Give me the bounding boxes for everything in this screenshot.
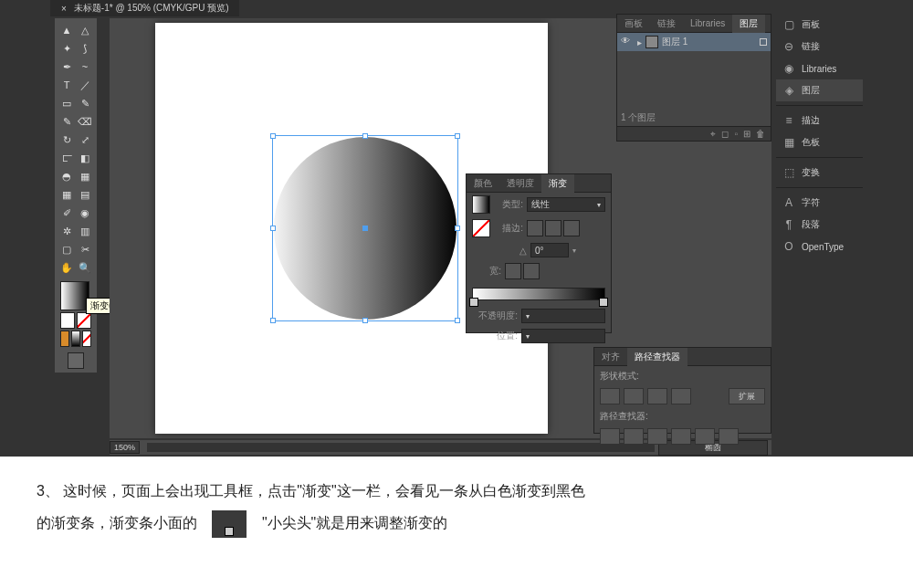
stroke-mode-3[interactable] (563, 220, 580, 236)
handle-s[interactable] (362, 318, 368, 323)
intersect-button[interactable] (647, 388, 667, 404)
stroke-mode-2[interactable] (545, 220, 561, 236)
position-input[interactable] (521, 329, 605, 343)
color-mode-icon[interactable] (60, 331, 69, 347)
rotate-tool[interactable]: ↻ (58, 131, 75, 148)
dock-libraries[interactable]: ◉Libraries (776, 58, 863, 79)
default-fill-icon[interactable] (60, 312, 75, 329)
tab-pathfinder[interactable]: 路径查找器 (627, 348, 687, 366)
mesh-tool[interactable]: ▦ (58, 186, 75, 203)
screen-mode-icon[interactable] (68, 352, 84, 369)
dock-character[interactable]: A字符 (776, 192, 863, 214)
new-sublayer-icon[interactable]: ▫ (734, 129, 738, 139)
artboard-tool[interactable]: ▢ (58, 241, 75, 257)
eyedropper-tool[interactable]: ✐ (58, 205, 75, 221)
blend-tool[interactable]: ◉ (77, 205, 93, 221)
selection-tool[interactable]: ▲ (58, 22, 75, 38)
stroke-mode-1[interactable] (527, 220, 543, 236)
close-tab-icon[interactable]: × (58, 2, 70, 16)
new-layer-icon[interactable]: ⊞ (743, 129, 750, 139)
zoom-tool[interactable]: 🔍 (77, 259, 93, 276)
gradient-slider[interactable] (472, 288, 605, 300)
dock-paragraph[interactable]: ¶段落 (776, 214, 863, 236)
tab-color[interactable]: 颜色 (467, 174, 499, 193)
document-tab[interactable]: × 未标题-1* @ 150% (CMYK/GPU 预览) (50, 0, 239, 16)
tab-align[interactable]: 对齐 (594, 348, 627, 366)
type-tool[interactable]: T (58, 77, 75, 93)
minus-front-button[interactable] (624, 388, 644, 404)
target-icon[interactable] (760, 38, 767, 46)
tab-gradient[interactable]: 渐变 (541, 174, 574, 193)
slice-tool[interactable]: ✂ (77, 241, 93, 257)
scale-tool[interactable]: ⤢ (77, 131, 93, 148)
clip-mask-icon[interactable]: ◻ (721, 129, 729, 139)
divide-button[interactable] (600, 428, 620, 445)
tab-libraries[interactable]: Libraries (683, 16, 732, 31)
shape-builder-tool[interactable]: ◓ (58, 168, 75, 184)
opacity-input[interactable] (521, 309, 605, 323)
trim-button[interactable] (624, 428, 644, 445)
none-fill-icon[interactable] (77, 312, 91, 329)
locate-icon[interactable]: ⌖ (710, 129, 716, 139)
handle-w[interactable] (270, 226, 276, 231)
gradient-preview-swatch[interactable] (472, 195, 490, 214)
curvature-tool[interactable]: ~ (77, 58, 93, 75)
line-tool[interactable]: ／ (77, 77, 93, 93)
eraser-tool[interactable]: ⌫ (77, 113, 93, 130)
handle-e[interactable] (455, 226, 460, 231)
gradient-tool[interactable]: ▤ (77, 186, 93, 203)
dock-stroke[interactable]: ≡描边 (776, 110, 863, 131)
width-tool[interactable]: ⫍ (58, 150, 75, 166)
handle-ne[interactable] (455, 133, 460, 139)
expand-button[interactable]: 扩展 (729, 388, 765, 404)
perspective-tool[interactable]: ▦ (77, 168, 93, 184)
dock-swatches[interactable]: ▦色板 (776, 131, 863, 153)
aspect-1[interactable] (505, 263, 521, 279)
layer-name[interactable]: 图层 1 (662, 36, 687, 48)
magic-wand-tool[interactable]: ✦ (58, 40, 75, 57)
merge-button[interactable] (647, 428, 667, 445)
unite-button[interactable] (600, 388, 620, 404)
aspect-2[interactable] (523, 263, 540, 279)
expand-icon[interactable]: ▸ (637, 37, 642, 47)
handle-n[interactable] (362, 133, 368, 139)
column-graph-tool[interactable]: ▥ (77, 223, 93, 239)
handle-nw[interactable] (270, 133, 276, 139)
exclude-button[interactable] (671, 388, 691, 404)
direct-selection-tool[interactable]: △ (77, 22, 93, 38)
symbol-sprayer-tool[interactable]: ✲ (58, 223, 75, 239)
paintbrush-tool[interactable]: ✎ (77, 95, 93, 111)
scrollbar-horizontal[interactable] (147, 443, 655, 452)
tab-layers[interactable]: 图层 (732, 15, 765, 33)
center-point[interactable] (362, 226, 368, 231)
hand-tool[interactable]: ✋ (58, 259, 75, 276)
tab-links[interactable]: 链接 (650, 15, 683, 33)
rectangle-tool[interactable]: ▭ (58, 95, 75, 111)
layer-row[interactable]: 👁 ▸ 图层 1 (617, 33, 771, 51)
dock-links[interactable]: ⊖链接 (776, 36, 863, 58)
pen-tool[interactable]: ✒ (58, 58, 75, 75)
lasso-tool[interactable]: ⟆ (77, 40, 93, 57)
dock-transform[interactable]: ⬚变换 (776, 162, 863, 184)
stroke-swatch[interactable] (472, 219, 490, 237)
outline-button[interactable] (695, 428, 715, 445)
crop-button[interactable] (671, 428, 691, 445)
visibility-icon[interactable]: 👁 (621, 36, 634, 48)
dock-layers[interactable]: ◈图层 (776, 79, 863, 101)
fill-stroke-swatch[interactable] (58, 281, 93, 369)
gradient-mode-icon[interactable] (71, 331, 80, 347)
tab-artboards[interactable]: 画板 (617, 15, 650, 33)
angle-input[interactable] (530, 243, 569, 257)
dock-artboards[interactable]: ▢画板 (776, 14, 863, 36)
handle-se[interactable] (455, 318, 460, 323)
gradient-type-select[interactable]: 线性 (527, 197, 605, 212)
zoom-level[interactable]: 150% (110, 441, 140, 454)
shaper-tool[interactable]: ✎ (58, 113, 75, 130)
dock-opentype[interactable]: OOpenType (776, 236, 863, 257)
tab-transparency[interactable]: 透明度 (499, 174, 541, 193)
handle-sw[interactable] (270, 318, 276, 323)
minus-back-button[interactable] (719, 428, 739, 445)
free-transform-tool[interactable]: ◧ (77, 150, 93, 166)
delete-layer-icon[interactable]: 🗑 (756, 129, 765, 139)
none-mode-icon[interactable] (82, 331, 91, 347)
